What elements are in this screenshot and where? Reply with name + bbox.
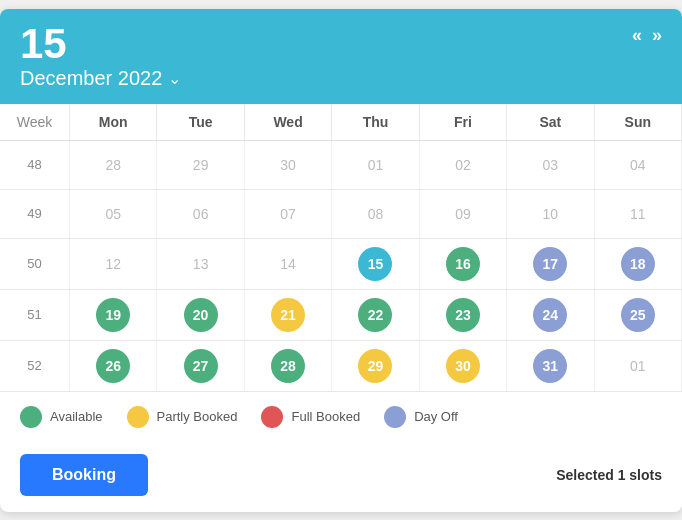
day-circle-day-off[interactable]: 31: [533, 349, 567, 383]
day-cell: 18: [595, 239, 682, 289]
day-circle-day-off[interactable]: 25: [621, 298, 655, 332]
day-circle-available[interactable]: 19: [96, 298, 130, 332]
legend-row: Available Partly Booked Full Booked Day …: [0, 391, 682, 442]
day-cell: 16: [420, 239, 507, 289]
day-number-plain: 07: [280, 206, 296, 222]
day-cell: 04: [595, 141, 682, 189]
legend-dot-day-off: [384, 406, 406, 428]
week-number: 51: [0, 290, 70, 340]
day-cell: 07: [245, 190, 332, 238]
day-cell: 20: [157, 290, 244, 340]
day-cell: 12: [70, 239, 157, 289]
grid-header-row: Week Mon Tue Wed Thu Fri Sat Sun: [0, 104, 682, 141]
legend-dot-full-booked: [261, 406, 283, 428]
day-circle-available[interactable]: 23: [446, 298, 480, 332]
day-cell: 02: [420, 141, 507, 189]
day-number-plain: 06: [193, 206, 209, 222]
day-number-plain: 09: [455, 206, 471, 222]
day-circle-available[interactable]: 28: [271, 349, 305, 383]
day-cell: 29: [157, 141, 244, 189]
day-cell: 30: [420, 341, 507, 391]
legend-available: Available: [20, 406, 103, 428]
day-cell: 21: [245, 290, 332, 340]
day-cell: 29: [332, 341, 419, 391]
day-number-plain: 01: [368, 157, 384, 173]
col-header-tue: Tue: [157, 104, 244, 140]
col-header-mon: Mon: [70, 104, 157, 140]
calendar-header: 15 December 2022 ⌄ « »: [0, 9, 682, 104]
day-cell: 15: [332, 239, 419, 289]
day-circle-available[interactable]: 20: [184, 298, 218, 332]
legend-dot-available: [20, 406, 42, 428]
grid-body: 4828293001020304490506070809101150121314…: [0, 141, 682, 391]
legend-partly-booked: Partly Booked: [127, 406, 238, 428]
selected-slots-label: Selected 1 slots: [556, 467, 662, 483]
day-number-plain: 13: [193, 256, 209, 272]
day-cell: 26: [70, 341, 157, 391]
day-circle-available[interactable]: 22: [358, 298, 392, 332]
legend-label-full-booked: Full Booked: [291, 409, 360, 424]
legend-day-off: Day Off: [384, 406, 458, 428]
legend-label-day-off: Day Off: [414, 409, 458, 424]
col-header-sat: Sat: [507, 104, 594, 140]
col-header-thu: Thu: [332, 104, 419, 140]
day-circle-available[interactable]: 27: [184, 349, 218, 383]
day-cell: 19: [70, 290, 157, 340]
day-circle-day-off[interactable]: 24: [533, 298, 567, 332]
day-cell: 08: [332, 190, 419, 238]
day-circle-available[interactable]: 16: [446, 247, 480, 281]
day-cell: 01: [332, 141, 419, 189]
booking-button[interactable]: Booking: [20, 454, 148, 496]
header-month: December 2022: [20, 67, 162, 90]
day-cell: 28: [245, 341, 332, 391]
day-cell: 05: [70, 190, 157, 238]
day-number-plain: 30: [280, 157, 296, 173]
day-number-plain: 10: [543, 206, 559, 222]
day-cell: 09: [420, 190, 507, 238]
day-cell: 31: [507, 341, 594, 391]
day-cell: 10: [507, 190, 594, 238]
day-number-plain: 04: [630, 157, 646, 173]
next-month-button[interactable]: »: [652, 25, 662, 46]
day-cell: 25: [595, 290, 682, 340]
calendar-container: 15 December 2022 ⌄ « » Week Mon Tue Wed …: [0, 9, 682, 512]
grid-row: 5012131415161718: [0, 239, 682, 290]
day-cell: 14: [245, 239, 332, 289]
grid-row: 5226272829303101: [0, 341, 682, 391]
col-header-fri: Fri: [420, 104, 507, 140]
day-circle-partly-booked[interactable]: 29: [358, 349, 392, 383]
day-circle-available[interactable]: 26: [96, 349, 130, 383]
day-number-plain: 28: [105, 157, 121, 173]
legend-label-available: Available: [50, 409, 103, 424]
day-circle-day-off[interactable]: 18: [621, 247, 655, 281]
day-cell: 13: [157, 239, 244, 289]
prev-month-button[interactable]: «: [632, 25, 642, 46]
day-circle-day-off[interactable]: 17: [533, 247, 567, 281]
day-number-plain: 14: [280, 256, 296, 272]
day-number-plain: 12: [105, 256, 121, 272]
footer-row: Booking Selected 1 slots: [0, 442, 682, 512]
week-number: 50: [0, 239, 70, 289]
header-nav: « »: [632, 25, 662, 46]
col-header-sun: Sun: [595, 104, 682, 140]
calendar-grid: Week Mon Tue Wed Thu Fri Sat Sun 4828293…: [0, 104, 682, 391]
grid-row: 4828293001020304: [0, 141, 682, 190]
header-month-row: December 2022 ⌄: [20, 67, 662, 90]
chevron-down-icon[interactable]: ⌄: [168, 69, 181, 88]
day-cell: 24: [507, 290, 594, 340]
day-cell: 27: [157, 341, 244, 391]
day-number-plain: 03: [543, 157, 559, 173]
legend-full-booked: Full Booked: [261, 406, 360, 428]
week-number: 48: [0, 141, 70, 189]
day-number-plain: 08: [368, 206, 384, 222]
day-number-plain: 29: [193, 157, 209, 173]
legend-dot-partly-booked: [127, 406, 149, 428]
day-number-plain: 05: [105, 206, 121, 222]
day-cell: 03: [507, 141, 594, 189]
day-number-plain: 01: [630, 358, 646, 374]
day-circle-partly-booked[interactable]: 30: [446, 349, 480, 383]
day-cell: 28: [70, 141, 157, 189]
week-number: 52: [0, 341, 70, 391]
day-circle-selected[interactable]: 15: [358, 247, 392, 281]
day-circle-partly-booked[interactable]: 21: [271, 298, 305, 332]
